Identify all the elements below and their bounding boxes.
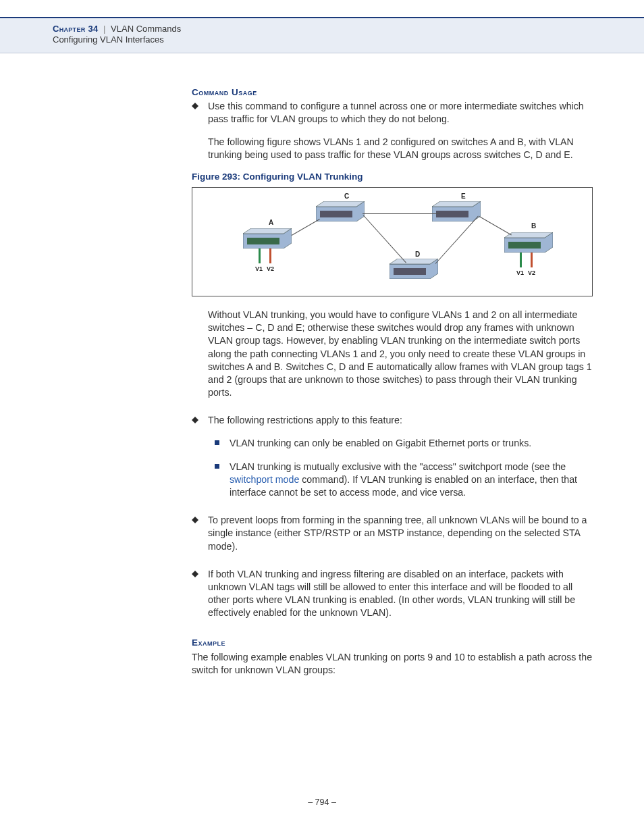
- figure-diagram: A V1 V2 C D E B V1 V2: [192, 187, 593, 296]
- svg-rect-12: [436, 211, 468, 217]
- svg-rect-15: [508, 242, 541, 249]
- vlan-label-a1: V1: [255, 265, 263, 273]
- chapter-title: VLAN Commands: [111, 24, 181, 34]
- svg-rect-9: [394, 268, 426, 275]
- vlan-label-a2: V2: [267, 265, 274, 273]
- section-example: Example: [192, 637, 593, 649]
- net-line-ce: [363, 213, 440, 214]
- sub-bullet-2-pre: VLAN trunking is mutually exclusive with…: [230, 461, 566, 472]
- chapter-label: Chapter 34: [53, 24, 98, 34]
- diamond-bullet-icon: [192, 417, 198, 423]
- section-command-usage: Command Usage: [192, 86, 593, 99]
- bullet1-text3: Without VLAN trunking, you would have to…: [192, 309, 593, 399]
- switch-label-d: D: [415, 250, 420, 259]
- vlan1-line-a: [259, 249, 261, 263]
- switch-c-icon: [316, 201, 365, 221]
- switch-label-e: E: [461, 192, 466, 201]
- net-line-ac: [292, 219, 320, 236]
- net-line-de: [435, 216, 479, 264]
- svg-marker-0: [192, 103, 198, 109]
- bullet-item-3: To prevent loops from forming in the spa…: [192, 514, 593, 553]
- chapter-subtitle: Configuring VLAN Interfaces: [53, 34, 644, 45]
- svg-marker-18: [192, 571, 198, 577]
- diamond-bullet-icon: [192, 103, 198, 109]
- bullet-item-2: The following restrictions apply to this…: [192, 414, 593, 427]
- net-line-eb: [479, 216, 512, 235]
- svg-marker-11: [432, 201, 481, 207]
- bullet-item-1: Use this command to configure a tunnel a…: [192, 100, 593, 126]
- bullet-item-4: If both VLAN trunking and ingress filter…: [192, 568, 593, 620]
- chapter-line: Chapter 34 | VLAN Commands: [53, 24, 644, 34]
- svg-marker-2: [243, 228, 292, 234]
- svg-marker-17: [192, 517, 198, 523]
- sub-bullet-1: VLAN trunking can only be enabled on Gig…: [192, 437, 593, 450]
- svg-marker-5: [316, 201, 365, 207]
- switch-d-icon: [390, 259, 438, 279]
- svg-rect-6: [320, 211, 352, 217]
- diamond-bullet-icon: [192, 571, 198, 577]
- switch-a-icon: [243, 228, 292, 249]
- figure-caption: Figure 293: Configuring VLAN Trunking: [192, 171, 593, 183]
- bullet1-text1: Use this command to configure a tunnel a…: [208, 101, 584, 124]
- sub-bullet-2: VLAN trunking is mutually exclusive with…: [192, 461, 593, 500]
- switch-b-icon: [504, 232, 553, 253]
- switch-e-icon: [432, 201, 481, 221]
- bullet2-text: The following restrictions apply to this…: [208, 415, 402, 425]
- svg-marker-14: [504, 232, 553, 238]
- square-bullet-icon: [215, 440, 219, 445]
- vlan2-line-b: [531, 253, 533, 267]
- bullet4-text: If both VLAN trunking and ingress filter…: [208, 569, 575, 619]
- vlan1-line-b: [520, 253, 522, 267]
- vlan2-line-a: [269, 249, 271, 263]
- diamond-bullet-icon: [192, 517, 198, 523]
- square-bullet-icon: [215, 464, 219, 469]
- example-text: The following example enables VLAN trunk…: [192, 651, 593, 677]
- chapter-separator: |: [103, 24, 105, 34]
- vlan-label-b1: V1: [516, 269, 524, 277]
- svg-rect-3: [247, 238, 279, 244]
- page-number: – 794 –: [0, 798, 644, 807]
- switch-label-a: A: [269, 218, 273, 228]
- net-line-cd: [363, 215, 406, 263]
- switch-label-c: C: [344, 192, 349, 201]
- page-header: Chapter 34 | VLAN Commands Configuring V…: [0, 17, 644, 53]
- bullet3-text: To prevent loops from forming in the spa…: [208, 515, 587, 551]
- vlan-label-b2: V2: [528, 269, 535, 277]
- switch-label-b: B: [531, 221, 536, 231]
- content-area: Command Usage Use this command to config…: [192, 86, 593, 677]
- switchport-mode-link[interactable]: switchport mode: [230, 474, 299, 485]
- svg-marker-16: [192, 417, 198, 423]
- bullet1-text2: The following figure shows VLANs 1 and 2…: [192, 136, 593, 161]
- svg-marker-8: [390, 259, 438, 264]
- sub-bullet-1-text: VLAN trunking can only be enabled on Gig…: [230, 438, 531, 448]
